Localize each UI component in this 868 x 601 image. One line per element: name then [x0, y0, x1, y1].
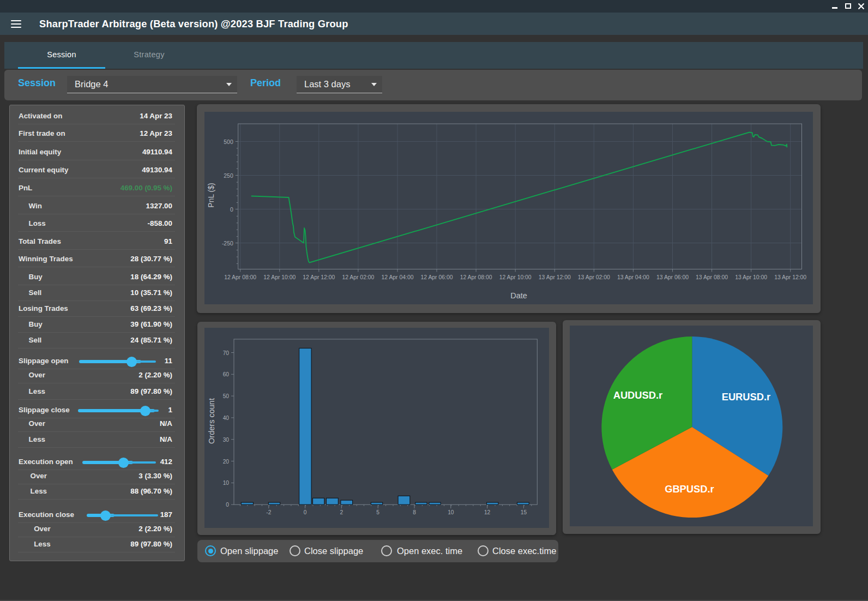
svg-text:60: 60	[223, 371, 230, 377]
svg-text:12 Apr 04:00: 12 Apr 04:00	[382, 274, 414, 280]
svg-text:70: 70	[223, 350, 230, 356]
svg-text:13 Apr 12:00: 13 Apr 12:00	[774, 274, 806, 280]
svg-text:0: 0	[304, 509, 307, 515]
svg-text:2: 2	[340, 509, 343, 515]
svg-text:12 Apr 02:00: 12 Apr 02:00	[342, 274, 374, 280]
svg-text:12 Apr 12:00: 12 Apr 12:00	[303, 274, 335, 280]
svg-text:0: 0	[230, 207, 233, 213]
svg-text:10: 10	[448, 509, 454, 515]
svg-text:250: 250	[224, 173, 233, 179]
svg-text:30: 30	[223, 437, 230, 443]
svg-text:12 Apr 10:00: 12 Apr 10:00	[499, 274, 532, 280]
svg-text:0: 0	[226, 502, 229, 508]
svg-text:Date: Date	[510, 291, 527, 300]
svg-text:20: 20	[223, 459, 230, 465]
svg-text:12 Apr 06:00: 12 Apr 06:00	[421, 274, 453, 280]
svg-text:12 Apr 10:00: 12 Apr 10:00	[263, 274, 296, 280]
svg-text:12 Apr 08:00: 12 Apr 08:00	[224, 274, 256, 280]
svg-text:10: 10	[223, 480, 230, 486]
svg-text:12 Apr 08:00: 12 Apr 08:00	[460, 274, 492, 280]
svg-text:13 Apr 08:00: 13 Apr 08:00	[696, 274, 728, 280]
svg-text:EURUSD.r: EURUSD.r	[722, 391, 770, 402]
svg-text:5: 5	[376, 509, 379, 515]
svg-text:500: 500	[224, 139, 233, 145]
svg-text:8: 8	[413, 509, 416, 515]
svg-text:PnL ($): PnL ($)	[207, 183, 215, 207]
svg-text:13 Apr 10:00: 13 Apr 10:00	[735, 274, 767, 280]
svg-text:GBPUSD.r: GBPUSD.r	[665, 483, 714, 495]
svg-text:13 Apr 12:00: 13 Apr 12:00	[539, 274, 571, 280]
svg-text:15: 15	[521, 509, 527, 515]
svg-text:13 Apr 02:00: 13 Apr 02:00	[578, 274, 610, 280]
svg-text:50: 50	[223, 393, 230, 399]
svg-text:13 Apr 06:00: 13 Apr 06:00	[656, 274, 689, 280]
svg-text:12: 12	[484, 509, 491, 515]
svg-text:-2: -2	[266, 509, 271, 515]
svg-text:Orders count: Orders count	[207, 398, 216, 444]
svg-text:13 Apr 04:00: 13 Apr 04:00	[617, 274, 649, 280]
svg-text:-250: -250	[222, 241, 233, 247]
svg-text:AUDUSD.r: AUDUSD.r	[613, 389, 662, 401]
svg-text:40: 40	[223, 415, 230, 421]
